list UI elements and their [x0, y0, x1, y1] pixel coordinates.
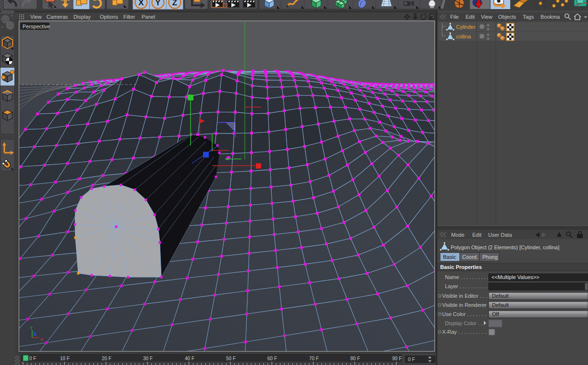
svg-text:Panel: Panel — [142, 14, 155, 20]
svg-text:Polygon Object (2 Elements) [C: Polygon Object (2 Elements) [Cylinder, c… — [451, 244, 559, 250]
svg-text:0 F: 0 F — [29, 356, 36, 361]
svg-text:Off: Off — [492, 311, 499, 317]
svg-text:Filter: Filter — [123, 14, 135, 20]
svg-text:30 F: 30 F — [143, 356, 153, 361]
svg-text:10 F: 10 F — [60, 356, 70, 361]
svg-text:70 F: 70 F — [309, 356, 319, 361]
svg-text:File: File — [450, 14, 459, 20]
svg-text:Mode: Mode — [451, 232, 465, 238]
svg-text:Coord.: Coord. — [462, 254, 478, 260]
svg-text:Edit: Edit — [466, 14, 475, 20]
svg-text:Basic Properties: Basic Properties — [440, 264, 482, 270]
svg-text:X: X — [138, 0, 144, 7]
svg-text:Name . . . . . . . . . .: Name . . . . . . . . . . — [445, 274, 488, 280]
svg-text:Options: Options — [100, 14, 118, 20]
svg-text:Display: Display — [73, 14, 91, 20]
svg-text:Use Color . . . . . . .: Use Color . . . . . . . — [442, 311, 486, 317]
svg-text:X: X — [40, 337, 43, 342]
svg-text:Edit: Edit — [472, 232, 481, 238]
svg-text:View: View — [30, 14, 42, 20]
svg-text:Display Color . .: Display Color . . — [445, 320, 482, 326]
svg-text:User Data: User Data — [488, 232, 512, 238]
svg-text:Perspective: Perspective — [23, 24, 50, 29]
svg-text:Objects: Objects — [498, 14, 516, 20]
svg-text:Cylinder: Cylinder — [456, 24, 476, 30]
svg-text:Cameras: Cameras — [47, 14, 68, 20]
svg-text:Bookma: Bookma — [540, 14, 560, 20]
svg-text:40 F: 40 F — [185, 356, 194, 361]
svg-text:Default: Default — [492, 302, 509, 308]
svg-text:90 F: 90 F — [392, 356, 402, 361]
svg-text:Visible in Renderer: Visible in Renderer — [442, 302, 487, 308]
svg-text:Default: Default — [492, 293, 509, 299]
svg-text:60 F: 60 F — [267, 356, 277, 361]
svg-text:Phong: Phong — [482, 254, 498, 260]
svg-text:Y: Y — [30, 326, 33, 330]
svg-text:Basic: Basic — [443, 254, 456, 260]
svg-text:80 F: 80 F — [350, 356, 360, 361]
svg-text:20 F: 20 F — [102, 356, 111, 361]
svg-text:Y: Y — [155, 0, 161, 7]
svg-text:<<Multiple Values>>: <<Multiple Values>> — [492, 274, 539, 280]
svg-text:View: View — [481, 14, 492, 20]
svg-text:collina: collina — [456, 34, 471, 39]
svg-text:Layer . . . . . . . . . .: Layer . . . . . . . . . . — [445, 283, 488, 289]
svg-text:50 F: 50 F — [226, 356, 236, 361]
svg-text:Tags: Tags — [523, 14, 534, 20]
svg-text:X-Ray . . . . . . . . . .: X-Ray . . . . . . . . . . — [442, 329, 486, 335]
svg-text:0 F: 0 F — [408, 357, 415, 362]
svg-text:Z: Z — [172, 0, 177, 7]
svg-text:Visible in Editor . . .: Visible in Editor . . . — [442, 293, 487, 299]
